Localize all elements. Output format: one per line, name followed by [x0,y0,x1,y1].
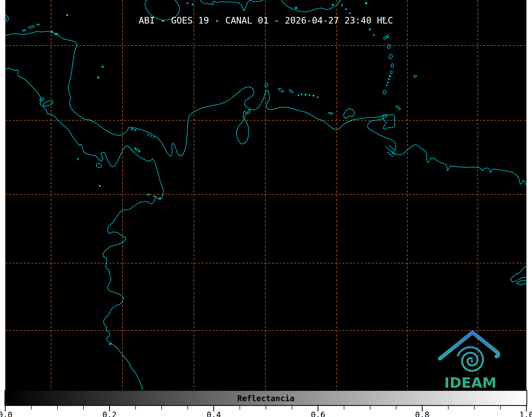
small-island-dot [110,343,111,345]
small-island-dot [192,4,193,5]
small-island-dot [295,7,297,9]
small-island-dot [305,94,306,95]
logo-spiral-eye-icon [471,360,473,363]
small-island-dot [345,9,347,10]
small-island-dot [313,95,314,97]
map-background [5,0,526,390]
colorbar-tick-label: 0.8 [415,410,429,417]
colorbar-tick-label: 1.0 [519,410,532,417]
colorbar-tick-label: 0.2 [102,410,117,417]
small-island-dot [365,2,367,4]
small-island-dot [187,3,188,4]
colorbar-label: Reflectancia [5,394,526,403]
small-island-dot [349,13,350,14]
small-island-dot [98,77,99,78]
small-island-dot [373,35,374,36]
small-island-dot [309,95,310,96]
colorbar-tick-label: 0.4 [207,410,221,417]
goes-satellite-map: IDEAM [0,0,532,417]
ideam-logo-text: IDEAM [444,374,496,391]
goes-satellite-figure: IDEAM ABI - GOES 19 - CANAL 01 - 2026-04… [0,0,532,417]
small-island-dot [78,158,79,159]
small-island-dot [148,135,149,135]
small-island-dot [387,82,388,83]
small-island-dot [301,94,302,95]
small-island-dot [342,5,343,6]
small-island-dot [332,4,334,6]
small-island-dot [102,66,103,67]
small-island-dot [154,137,154,138]
small-island-dot [99,185,101,187]
small-island-dot [389,76,391,77]
small-island-dot [386,85,387,86]
small-island-dot [388,79,389,80]
colorbar-tick-label: 0.0 [0,410,12,417]
small-island-dot [135,148,136,149]
small-island-dot [298,95,299,96]
small-island-dot [139,151,140,152]
small-island-dot [369,29,371,30]
map-title: ABI - GOES 19 - CANAL 01 - 2026-04-27 23… [5,15,526,26]
colorbar-tick-label: 0.6 [311,410,325,417]
small-island-dot [317,97,318,98]
small-island-dot [151,136,152,136]
